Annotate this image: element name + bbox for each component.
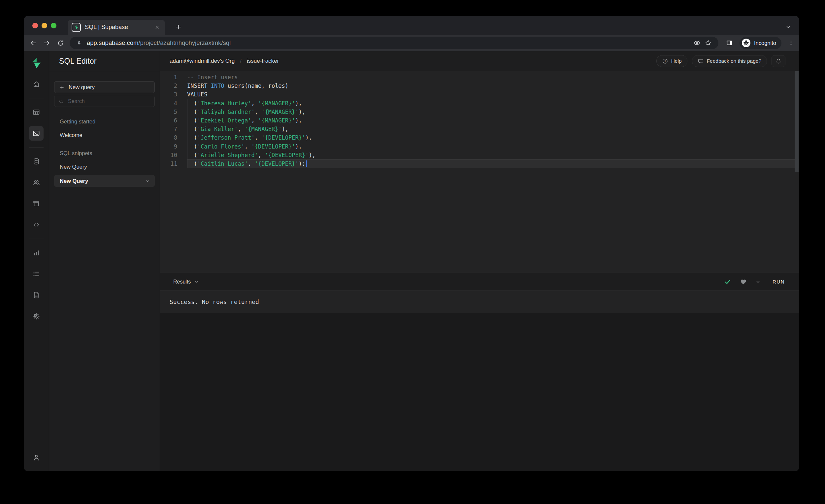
docs-icon[interactable]	[29, 288, 44, 302]
window-controls	[32, 23, 57, 28]
favorite-heart-icon[interactable]	[740, 278, 747, 285]
sidebar-item-selected[interactable]: New Query	[54, 175, 155, 187]
code-text: ('Caitlin Lucas', '{DEVELOPER}');	[187, 159, 799, 168]
tab-close-icon[interactable]	[153, 23, 161, 31]
incognito-label: Incognito	[754, 40, 776, 46]
feedback-label: Feedback on this page?	[707, 58, 761, 64]
main-header: adam@windmill.dev's Org / issue-tracker …	[160, 51, 799, 71]
forward-icon[interactable]	[41, 37, 53, 49]
reload-icon[interactable]	[55, 37, 66, 49]
run-options-chevron-icon[interactable]	[755, 279, 761, 285]
breadcrumb-separator: /	[240, 58, 241, 64]
new-tab-icon[interactable]	[173, 21, 184, 33]
url-path: /project/azahtnhqohyjerzaxtmk/sql	[138, 39, 231, 46]
line-number: 6	[160, 116, 187, 125]
search-input[interactable]	[67, 98, 150, 104]
rail-divider	[29, 98, 44, 98]
eye-off-icon[interactable]	[691, 37, 702, 49]
breadcrumb-org[interactable]: adam@windmill.dev's Org	[170, 58, 235, 64]
code-line[interactable]: 2INSERT INTO users(name, roles)	[160, 81, 799, 90]
url-bar[interactable]: app.supabase.com/project/azahtnhqohyjerz…	[70, 37, 719, 49]
code-line[interactable]: 7 ('Gia Keller', '{MANAGER}'),	[160, 125, 799, 133]
new-query-button[interactable]: New query	[54, 81, 155, 93]
sidebar-section: Getting startedWelcome	[54, 118, 155, 139]
code-text: -- Insert users	[187, 73, 799, 81]
window-zoom-button[interactable]	[51, 23, 57, 28]
plus-icon	[59, 84, 65, 90]
run-button[interactable]: RUN	[769, 277, 788, 286]
results-dropdown[interactable]: Results	[173, 279, 724, 285]
breadcrumb-project[interactable]: issue-tracker	[247, 58, 279, 64]
browser-tab[interactable]: SQL | Supabase	[68, 20, 165, 34]
storage-icon[interactable]	[29, 196, 44, 211]
window-close-button[interactable]	[32, 23, 38, 28]
home-icon[interactable]	[29, 77, 44, 91]
browser-toolbar: app.supabase.com/project/azahtnhqohyjerz…	[24, 34, 799, 51]
settings-icon[interactable]	[29, 309, 44, 323]
line-number: 1	[160, 73, 187, 81]
code-line[interactable]: 10 ('Arielle Shepherd', '{DEVELOPER}'),	[160, 151, 799, 159]
lock-icon	[76, 40, 82, 46]
results-bar: Results	[160, 273, 799, 291]
code-line[interactable]: 1-- Insert users	[160, 73, 799, 81]
rail-divider	[29, 239, 44, 239]
tab-title: SQL | Supabase	[85, 24, 153, 31]
window-minimize-button[interactable]	[42, 23, 47, 28]
back-icon[interactable]	[28, 37, 39, 49]
line-number: 11	[160, 159, 187, 168]
supabase-favicon-icon	[72, 23, 81, 32]
indent-guide	[187, 99, 188, 168]
section-label: SQL snippets	[54, 150, 155, 156]
code-text: ('Carlo Flores', '{DEVELOPER}'),	[187, 142, 799, 151]
help-button[interactable]: ? Help	[656, 55, 687, 67]
line-number: 7	[160, 125, 187, 133]
code-line[interactable]: 9 ('Carlo Flores', '{DEVELOPER}'),	[160, 142, 799, 151]
sidebar-item-label: Welcome	[60, 132, 82, 138]
account-icon[interactable]	[29, 450, 44, 465]
chevron-down-icon	[145, 178, 150, 184]
database-icon[interactable]	[29, 154, 44, 169]
bookmark-star-icon[interactable]	[702, 37, 714, 49]
code-text: INSERT INTO users(name, roles)	[187, 81, 799, 90]
incognito-badge[interactable]: Incognito	[740, 37, 781, 49]
code-text: ('Taliyah Gardner', '{MANAGER}'),	[187, 107, 799, 116]
url-domain: app.supabase.com	[87, 39, 138, 46]
auth-users-icon[interactable]	[29, 175, 44, 190]
sql-code-editor[interactable]: 1-- Insert users2INSERT INTO users(name,…	[160, 71, 799, 273]
code-line[interactable]: 5 ('Taliyah Gardner', '{MANAGER}'),	[160, 107, 799, 116]
empty-area	[160, 313, 799, 471]
edge-functions-icon[interactable]	[29, 218, 44, 232]
code-line[interactable]: 11 ('Caitlin Lucas', '{DEVELOPER}');	[160, 159, 799, 168]
feedback-button[interactable]: Feedback on this page?	[692, 55, 767, 67]
line-number: 2	[160, 81, 187, 90]
sidebar-section: SQL snippetsNew QueryNew Query	[54, 150, 155, 187]
side-panel-icon[interactable]	[724, 37, 735, 49]
line-number: 10	[160, 151, 187, 159]
code-line[interactable]: 6 ('Ezekiel Ortega', '{MANAGER}'),	[160, 116, 799, 125]
sql-editor-icon[interactable]	[29, 126, 44, 141]
sidebar-item[interactable]: New Query	[54, 163, 155, 170]
supabase-logo-icon[interactable]	[29, 56, 44, 70]
code-line[interactable]: 8 ('Jefferson Pratt', '{DEVELOPER}'),	[160, 133, 799, 142]
panel-header: SQL Editor	[49, 51, 160, 71]
code-text: ('Arielle Shepherd', '{DEVELOPER}'),	[187, 151, 799, 159]
code-line[interactable]: 3VALUES	[160, 90, 799, 99]
snippet-search[interactable]	[54, 96, 155, 107]
logs-icon[interactable]	[29, 267, 44, 281]
table-editor-icon[interactable]	[29, 105, 44, 120]
incognito-icon	[742, 38, 751, 48]
query-status-row: Success. No rows returned	[160, 291, 799, 313]
sidebar-sections: Getting startedWelcomeSQL snippetsNew Qu…	[54, 118, 155, 187]
kebab-menu-icon[interactable]	[785, 37, 797, 49]
tab-strip-chevron-icon[interactable]	[783, 22, 793, 32]
code-text: ('Jefferson Pratt', '{DEVELOPER}'),	[187, 133, 799, 142]
sql-editor-panel: SQL Editor New query	[49, 51, 160, 471]
notifications-bell-icon[interactable]	[771, 55, 785, 67]
sidebar-item-label: New Query	[60, 164, 87, 170]
editor-scrollbar[interactable]	[795, 71, 799, 172]
sidebar-item[interactable]: Welcome	[54, 131, 155, 139]
code-text: ('Ezekiel Ortega', '{MANAGER}'),	[187, 116, 799, 125]
sidebar-item-label: New Query	[60, 175, 88, 187]
reports-icon[interactable]	[29, 245, 44, 260]
code-line[interactable]: 4 ('Theresa Hurley', '{MANAGER}'),	[160, 99, 799, 107]
